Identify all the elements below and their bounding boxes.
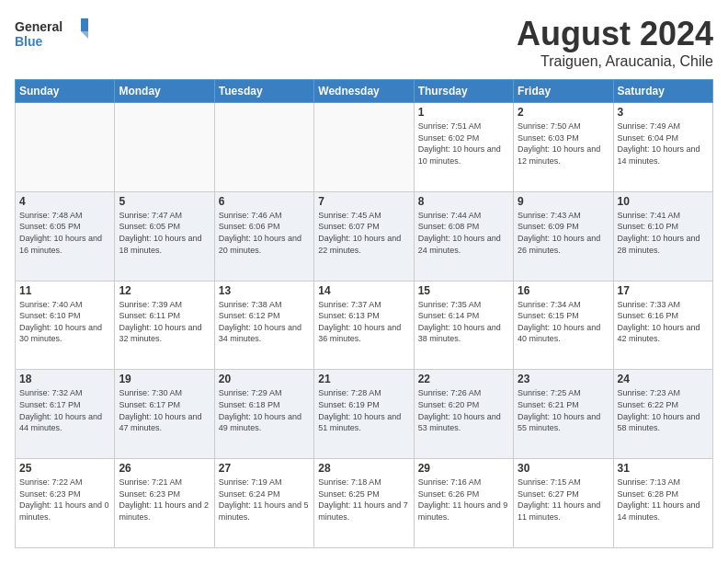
day-info: Sunrise: 7:45 AM Sunset: 6:07 PM Dayligh…	[318, 210, 409, 256]
calendar-week-5: 25Sunrise: 7:22 AM Sunset: 6:23 PM Dayli…	[16, 459, 713, 548]
day-info: Sunrise: 7:39 AM Sunset: 6:11 PM Dayligh…	[119, 299, 210, 345]
day-info: Sunrise: 7:18 AM Sunset: 6:25 PM Dayligh…	[318, 477, 409, 523]
calendar-week-2: 4Sunrise: 7:48 AM Sunset: 6:05 PM Daylig…	[16, 191, 713, 281]
day-number: 16	[518, 284, 609, 297]
day-number: 19	[119, 373, 210, 385]
day-number: 1	[418, 106, 509, 119]
calendar-cell: 13Sunrise: 7:38 AM Sunset: 6:12 PM Dayli…	[214, 281, 313, 370]
calendar-cell: 4Sunrise: 7:48 AM Sunset: 6:05 PM Daylig…	[16, 191, 115, 281]
calendar-cell: 31Sunrise: 7:13 AM Sunset: 6:28 PM Dayli…	[613, 459, 712, 548]
calendar-cell: 8Sunrise: 7:44 AM Sunset: 6:08 PM Daylig…	[414, 191, 513, 281]
calendar-cell: 18Sunrise: 7:32 AM Sunset: 6:17 PM Dayli…	[16, 370, 115, 459]
col-header-monday: Monday	[115, 80, 214, 103]
calendar-cell	[115, 103, 214, 192]
calendar-cell: 28Sunrise: 7:18 AM Sunset: 6:25 PM Dayli…	[314, 459, 414, 548]
calendar-cell	[214, 103, 313, 192]
day-info: Sunrise: 7:28 AM Sunset: 6:19 PM Dayligh…	[318, 387, 409, 433]
day-number: 14	[318, 284, 409, 297]
day-info: Sunrise: 7:19 AM Sunset: 6:24 PM Dayligh…	[219, 477, 310, 523]
calendar-cell: 6Sunrise: 7:46 AM Sunset: 6:06 PM Daylig…	[214, 191, 313, 281]
page: General Blue August 2024 Traiguen, Arauc…	[0, 0, 728, 563]
col-header-thursday: Thursday	[414, 80, 513, 103]
svg-marker-2	[81, 18, 88, 31]
col-header-sunday: Sunday	[16, 80, 115, 103]
day-info: Sunrise: 7:21 AM Sunset: 6:23 PM Dayligh…	[119, 477, 210, 523]
calendar-cell: 9Sunrise: 7:43 AM Sunset: 6:09 PM Daylig…	[514, 191, 613, 281]
day-info: Sunrise: 7:40 AM Sunset: 6:10 PM Dayligh…	[19, 299, 110, 345]
calendar-week-4: 18Sunrise: 7:32 AM Sunset: 6:17 PM Dayli…	[16, 370, 713, 459]
day-info: Sunrise: 7:15 AM Sunset: 6:27 PM Dayligh…	[518, 477, 609, 523]
calendar-cell: 24Sunrise: 7:23 AM Sunset: 6:22 PM Dayli…	[613, 370, 712, 459]
day-info: Sunrise: 7:44 AM Sunset: 6:08 PM Dayligh…	[418, 210, 509, 256]
calendar-cell: 22Sunrise: 7:26 AM Sunset: 6:20 PM Dayli…	[414, 370, 513, 459]
calendar-table: SundayMondayTuesdayWednesdayThursdayFrid…	[15, 79, 713, 548]
day-number: 26	[119, 462, 210, 475]
day-number: 4	[19, 195, 110, 208]
day-info: Sunrise: 7:46 AM Sunset: 6:06 PM Dayligh…	[219, 210, 310, 256]
day-info: Sunrise: 7:25 AM Sunset: 6:21 PM Dayligh…	[518, 387, 609, 433]
day-number: 28	[318, 462, 409, 475]
day-info: Sunrise: 7:37 AM Sunset: 6:13 PM Dayligh…	[318, 299, 409, 345]
day-info: Sunrise: 7:26 AM Sunset: 6:20 PM Dayligh…	[418, 387, 509, 433]
day-number: 2	[518, 106, 609, 119]
day-number: 6	[219, 195, 310, 208]
logo-svg: General Blue	[15, 15, 88, 52]
calendar-cell: 7Sunrise: 7:45 AM Sunset: 6:07 PM Daylig…	[314, 191, 414, 281]
calendar-cell: 1Sunrise: 7:51 AM Sunset: 6:02 PM Daylig…	[414, 103, 513, 192]
day-number: 17	[618, 284, 709, 297]
calendar-cell: 23Sunrise: 7:25 AM Sunset: 6:21 PM Dayli…	[514, 370, 613, 459]
calendar-cell: 19Sunrise: 7:30 AM Sunset: 6:17 PM Dayli…	[115, 370, 214, 459]
calendar-header-row: SundayMondayTuesdayWednesdayThursdayFrid…	[16, 80, 713, 103]
calendar-cell: 26Sunrise: 7:21 AM Sunset: 6:23 PM Dayli…	[115, 459, 214, 548]
day-number: 24	[618, 373, 709, 385]
day-info: Sunrise: 7:16 AM Sunset: 6:26 PM Dayligh…	[418, 477, 509, 523]
day-info: Sunrise: 7:35 AM Sunset: 6:14 PM Dayligh…	[418, 299, 509, 345]
calendar-cell: 2Sunrise: 7:50 AM Sunset: 6:03 PM Daylig…	[514, 103, 613, 192]
day-number: 30	[518, 462, 609, 475]
calendar-cell	[16, 103, 115, 192]
day-number: 29	[418, 462, 509, 475]
day-info: Sunrise: 7:47 AM Sunset: 6:05 PM Dayligh…	[119, 210, 210, 256]
calendar-cell: 20Sunrise: 7:29 AM Sunset: 6:18 PM Dayli…	[214, 370, 313, 459]
day-info: Sunrise: 7:29 AM Sunset: 6:18 PM Dayligh…	[219, 387, 310, 433]
day-number: 31	[618, 462, 709, 475]
calendar-cell: 30Sunrise: 7:15 AM Sunset: 6:27 PM Dayli…	[514, 459, 613, 548]
day-number: 12	[119, 284, 210, 297]
day-info: Sunrise: 7:43 AM Sunset: 6:09 PM Dayligh…	[518, 210, 609, 256]
calendar-cell: 3Sunrise: 7:49 AM Sunset: 6:04 PM Daylig…	[613, 103, 712, 192]
day-number: 5	[119, 195, 210, 208]
day-info: Sunrise: 7:38 AM Sunset: 6:12 PM Dayligh…	[219, 299, 310, 345]
day-info: Sunrise: 7:30 AM Sunset: 6:17 PM Dayligh…	[119, 387, 210, 433]
day-number: 9	[518, 195, 609, 208]
svg-text:Blue: Blue	[15, 34, 43, 49]
subtitle: Traiguen, Araucania, Chile	[517, 53, 713, 70]
col-header-wednesday: Wednesday	[314, 80, 414, 103]
calendar-week-1: 1Sunrise: 7:51 AM Sunset: 6:02 PM Daylig…	[16, 103, 713, 192]
day-info: Sunrise: 7:32 AM Sunset: 6:17 PM Dayligh…	[19, 387, 110, 433]
day-info: Sunrise: 7:33 AM Sunset: 6:16 PM Dayligh…	[618, 299, 709, 345]
day-info: Sunrise: 7:22 AM Sunset: 6:23 PM Dayligh…	[19, 477, 110, 523]
svg-text:General: General	[15, 19, 63, 34]
main-title: August 2024	[517, 15, 713, 53]
day-number: 3	[618, 106, 709, 119]
day-info: Sunrise: 7:51 AM Sunset: 6:02 PM Dayligh…	[418, 121, 509, 167]
header: General Blue August 2024 Traiguen, Arauc…	[15, 15, 713, 70]
day-number: 18	[19, 373, 110, 385]
col-header-friday: Friday	[514, 80, 613, 103]
logo: General Blue	[15, 15, 88, 52]
day-number: 10	[618, 195, 709, 208]
calendar-week-3: 11Sunrise: 7:40 AM Sunset: 6:10 PM Dayli…	[16, 281, 713, 370]
calendar-cell: 27Sunrise: 7:19 AM Sunset: 6:24 PM Dayli…	[214, 459, 313, 548]
day-info: Sunrise: 7:48 AM Sunset: 6:05 PM Dayligh…	[19, 210, 110, 256]
calendar-cell: 21Sunrise: 7:28 AM Sunset: 6:19 PM Dayli…	[314, 370, 414, 459]
calendar-cell: 15Sunrise: 7:35 AM Sunset: 6:14 PM Dayli…	[414, 281, 513, 370]
day-number: 20	[219, 373, 310, 385]
calendar-cell: 10Sunrise: 7:41 AM Sunset: 6:10 PM Dayli…	[613, 191, 712, 281]
calendar-cell: 12Sunrise: 7:39 AM Sunset: 6:11 PM Dayli…	[115, 281, 214, 370]
day-number: 22	[418, 373, 509, 385]
calendar-cell: 16Sunrise: 7:34 AM Sunset: 6:15 PM Dayli…	[514, 281, 613, 370]
day-info: Sunrise: 7:13 AM Sunset: 6:28 PM Dayligh…	[618, 477, 709, 523]
day-number: 15	[418, 284, 509, 297]
calendar-cell: 29Sunrise: 7:16 AM Sunset: 6:26 PM Dayli…	[414, 459, 513, 548]
day-info: Sunrise: 7:41 AM Sunset: 6:10 PM Dayligh…	[618, 210, 709, 256]
